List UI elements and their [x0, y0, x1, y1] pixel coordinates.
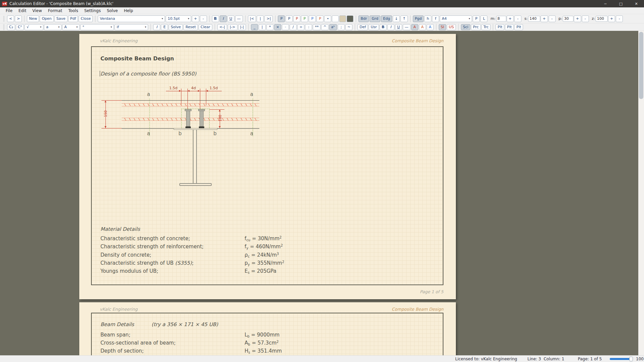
margin-plus-button[interactable]: + — [507, 15, 514, 22]
margin-minus-button[interactable]: - — [514, 15, 521, 22]
spacing-plus-button[interactable]: + — [541, 15, 548, 22]
zoom-input[interactable] — [596, 16, 608, 22]
align-right-button[interactable]: >| — [264, 15, 273, 22]
solve-button[interactable]: Solve — [169, 24, 183, 30]
clear-button[interactable]: Clear — [199, 24, 212, 30]
def-button[interactable]: Def — [357, 24, 368, 30]
menu-file[interactable]: File — [3, 8, 15, 14]
pilcrow-green-button[interactable]: P — [301, 15, 308, 22]
border-toggle-button[interactable]: Bdr — [358, 15, 369, 22]
font-size-combo[interactable]: 10.5pt▾ — [166, 15, 191, 22]
prc-mode-button[interactable]: Prc — [471, 24, 481, 30]
nav-back-button[interactable]: < — [7, 15, 14, 22]
asterisk-button[interactable]: * — [266, 24, 273, 30]
degree-combo[interactable]: °▾ — [80, 24, 114, 30]
tilde-button[interactable]: ~ — [345, 24, 352, 30]
arrow-up-button[interactable]: ↑ — [400, 15, 407, 22]
lowercase-combo[interactable]: a▾ — [44, 24, 61, 30]
pilcrow-default-button[interactable]: P — [278, 15, 285, 22]
menu-tools[interactable]: Tools — [65, 8, 81, 14]
menu-format[interactable]: Format — [45, 8, 65, 14]
spacing-minus-button[interactable]: - — [549, 15, 556, 22]
calc-sheet-2[interactable]: Beam Details(try a 356 × 171 × 45 UB) Be… — [91, 313, 443, 355]
menu-edit[interactable]: Edit — [15, 8, 29, 14]
padding-input[interactable] — [563, 16, 573, 22]
open-button[interactable]: Open — [40, 15, 53, 22]
edge-toggle-button[interactable]: Edg — [381, 15, 392, 22]
if-combo[interactable]: if▾ — [115, 24, 148, 30]
strikethrough-button[interactable]: — — [235, 15, 243, 22]
strike-2-button[interactable]: — — [403, 24, 411, 30]
zoom-plus-button[interactable]: + — [608, 15, 615, 22]
landscape-button[interactable]: L — [480, 15, 487, 22]
swatch-tan[interactable] — [339, 15, 346, 22]
font-color-orange-button[interactable]: A — [419, 24, 426, 30]
plot-3-button[interactable]: Plt — [514, 24, 523, 30]
menu-solve[interactable]: Solve — [104, 8, 121, 14]
pilcrow-red-button[interactable]: P — [293, 15, 300, 22]
dot-operator-button[interactable]: · — [282, 24, 289, 30]
indent-left-button[interactable]: <-| — [217, 24, 227, 30]
font-minus-button[interactable]: - — [200, 15, 207, 22]
page-toggle-button[interactable]: Pgd — [413, 15, 424, 22]
maximize-icon[interactable]: □ — [613, 0, 629, 7]
si-units-button[interactable]: SI — [439, 24, 446, 30]
c-superscript-button[interactable]: C² — [16, 24, 24, 30]
swatch-white[interactable] — [332, 15, 339, 22]
bold-2-button[interactable]: B — [380, 24, 387, 30]
double-star-button[interactable]: ** — [313, 24, 320, 30]
caret-button[interactable]: ^ — [321, 24, 328, 30]
c-subscript-button[interactable]: C₂ — [7, 24, 15, 30]
menu-settings[interactable]: Settings — [81, 8, 104, 14]
pilcrow-orange-button[interactable]: P — [316, 15, 324, 22]
uppercase-combo[interactable]: A▾ — [62, 24, 80, 30]
italic-button[interactable]: I — [220, 15, 227, 22]
minimize-icon[interactable]: ─ — [598, 0, 613, 7]
insert-i-button[interactable]: I — [153, 24, 160, 30]
save-button[interactable]: Save — [54, 15, 68, 22]
semicolon-button[interactable]: ; — [338, 24, 345, 30]
trc-mode-button[interactable]: Trc — [481, 24, 490, 30]
pilcrow-plain-button[interactable]: P — [286, 15, 293, 22]
insert-e-button[interactable]: E — [161, 24, 168, 30]
pilcrow-blue-button[interactable]: P — [309, 15, 316, 22]
menu-view[interactable]: View — [29, 8, 45, 14]
swatch-olive[interactable] — [347, 15, 353, 22]
reset-button[interactable]: Reset — [183, 24, 198, 30]
us-units-button[interactable]: US — [447, 24, 456, 30]
close-icon[interactable]: ✕ — [629, 0, 644, 7]
bold-button[interactable]: B — [212, 15, 219, 22]
menu-help[interactable]: Help — [121, 8, 136, 14]
new-button[interactable]: New — [27, 15, 39, 22]
italic-2-button[interactable]: I — [387, 24, 394, 30]
indent-right-button[interactable]: |-> — [228, 24, 238, 30]
pdf-button[interactable]: Pdf — [68, 15, 78, 22]
padding-minus-button[interactable]: - — [582, 15, 589, 22]
close-file-button[interactable]: Close — [79, 15, 93, 22]
sci-mode-button[interactable]: Sci — [461, 24, 470, 30]
underscore-button[interactable]: _ — [251, 24, 258, 30]
align-left-button[interactable]: |< — [248, 15, 256, 22]
font-color-blue-button[interactable]: A — [427, 24, 434, 30]
arrow-down-button[interactable]: ↓ — [393, 15, 400, 22]
padding-plus-button[interactable]: + — [574, 15, 581, 22]
footer-toggle-button[interactable]: f — [432, 15, 439, 22]
multiply-button[interactable]: × — [274, 24, 281, 30]
underline-2-button[interactable]: U — [395, 24, 402, 30]
spacing-input[interactable] — [528, 16, 540, 22]
scrollbar-thumb[interactable] — [639, 32, 643, 99]
vertical-scrollbar[interactable] — [638, 31, 644, 355]
margin-input[interactable] — [496, 16, 506, 22]
colon-button[interactable]: : — [305, 24, 312, 30]
calc-sheet-1[interactable]: Composite Beam Design Design of a compos… — [91, 46, 443, 285]
paper-size-combo[interactable]: A4▾ — [440, 15, 472, 22]
header-toggle-button[interactable]: h — [424, 15, 431, 22]
sqrt-combo[interactable]: √▾ — [25, 24, 43, 30]
zoom-slider[interactable] — [610, 358, 633, 360]
font-plus-button[interactable]: + — [192, 15, 199, 22]
divide-button[interactable]: ÷ — [297, 24, 304, 30]
underline-button[interactable]: U — [227, 15, 234, 22]
plot-1-button[interactable]: Plt — [496, 24, 504, 30]
portrait-button[interactable]: P — [473, 15, 480, 22]
power-ab-button[interactable]: aᵇ — [329, 24, 337, 30]
